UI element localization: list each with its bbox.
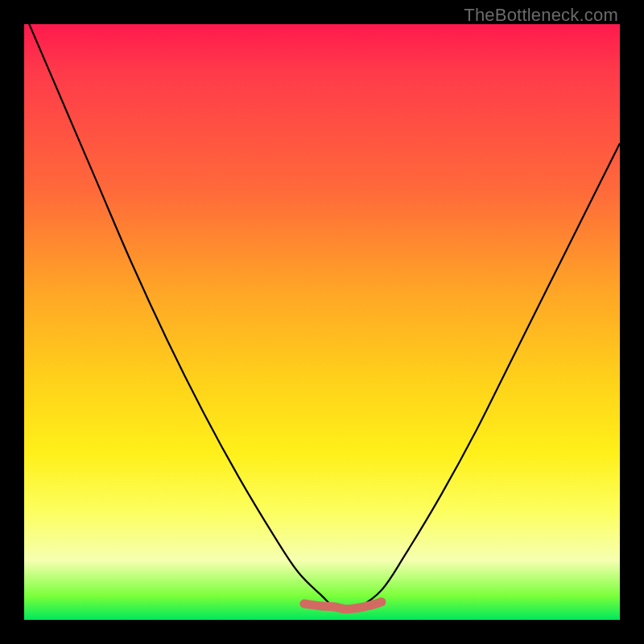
watermark-text: TheBottleneck.com	[464, 5, 618, 26]
chart-plot-area	[24, 24, 620, 620]
highlight-band	[304, 602, 382, 609]
bottleneck-curve	[24, 12, 620, 610]
chart-svg	[24, 24, 620, 620]
chart-frame: TheBottleneck.com	[0, 0, 644, 644]
